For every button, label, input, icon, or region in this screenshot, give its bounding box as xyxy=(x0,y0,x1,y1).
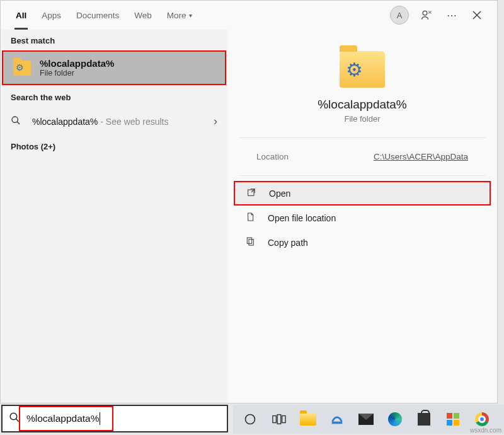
svg-rect-8 xyxy=(277,415,281,424)
search-web-header: Search the web xyxy=(1,86,227,107)
tabs-bar: All Apps Documents Web More▾ A ⋯ xyxy=(1,1,497,30)
best-match-item[interactable]: ⚙ %localappdata% File folder xyxy=(2,50,226,85)
svg-point-1 xyxy=(12,117,18,122)
folder-icon-large: ⚙ xyxy=(340,51,385,88)
taskbar-store-icon[interactable] xyxy=(412,407,436,431)
tab-apps[interactable]: Apps xyxy=(34,1,69,30)
taskbar-cortana-icon[interactable] xyxy=(238,407,262,431)
web-query-text: %localappdata% xyxy=(32,117,98,127)
svg-rect-9 xyxy=(282,416,286,423)
file-location-icon xyxy=(245,212,259,224)
search-input[interactable]: %localappdata% xyxy=(1,405,228,432)
taskbar xyxy=(233,405,504,434)
action-open[interactable]: Open xyxy=(234,181,491,206)
chevron-down-icon: ▾ xyxy=(189,12,192,19)
taskbar-app2-icon[interactable] xyxy=(441,407,465,431)
svg-rect-13 xyxy=(447,420,452,426)
svg-rect-3 xyxy=(247,238,251,243)
svg-point-6 xyxy=(246,415,255,424)
svg-rect-10 xyxy=(332,422,343,424)
location-value[interactable]: C:\Users\ACER\AppData xyxy=(374,152,468,161)
taskbar-taskview-icon[interactable] xyxy=(267,407,291,431)
open-icon xyxy=(246,187,260,199)
more-options-icon[interactable]: ⋯ xyxy=(439,3,464,28)
location-row: Location C:\Users\ACER\AppData xyxy=(239,138,486,176)
search-web-item[interactable]: %localappdata% - See web results › xyxy=(1,107,227,136)
action-open-file-location[interactable]: Open file location xyxy=(227,206,497,230)
action-open-location-label: Open file location xyxy=(268,213,336,223)
search-icon xyxy=(9,412,20,426)
taskbar-app-icon[interactable] xyxy=(325,407,349,431)
best-match-header: Best match xyxy=(1,30,227,50)
svg-rect-11 xyxy=(447,413,452,419)
chevron-right-icon: › xyxy=(214,115,217,128)
svg-rect-4 xyxy=(249,240,253,245)
best-match-subtitle: File folder xyxy=(40,69,114,78)
best-match-title: %localappdata% xyxy=(40,58,114,69)
details-title: %localappdata% xyxy=(318,98,407,112)
photos-header[interactable]: Photos (2+) xyxy=(1,136,227,158)
details-subtitle: File folder xyxy=(344,114,380,124)
tab-all[interactable]: All xyxy=(8,1,34,30)
results-left-pane: Best match ⚙ %localappdata% File folder … xyxy=(1,30,227,403)
web-hint-text: - See web results xyxy=(100,117,168,127)
watermark: wsxdn.com xyxy=(470,427,501,434)
svg-rect-12 xyxy=(454,413,459,419)
avatar[interactable]: A xyxy=(390,6,409,25)
svg-point-0 xyxy=(423,11,427,15)
svg-rect-7 xyxy=(273,416,277,423)
details-right-pane: ⚙ %localappdata% File folder Location C:… xyxy=(227,30,497,403)
action-copy-path[interactable]: Copy path xyxy=(227,230,497,255)
feedback-icon[interactable] xyxy=(414,3,439,28)
copy-icon xyxy=(245,236,259,248)
action-copy-path-label: Copy path xyxy=(268,238,308,248)
svg-rect-14 xyxy=(454,420,459,426)
location-label: Location xyxy=(256,152,289,161)
search-value: %localappdata% xyxy=(26,413,99,424)
action-open-label: Open xyxy=(269,188,290,199)
taskbar-edge-icon[interactable] xyxy=(383,407,407,431)
tab-web[interactable]: Web xyxy=(127,1,159,30)
search-icon xyxy=(11,115,26,128)
folder-icon: ⚙ xyxy=(13,61,31,76)
tab-more[interactable]: More▾ xyxy=(159,1,200,30)
taskbar-file-explorer-icon[interactable] xyxy=(296,407,320,431)
tab-documents[interactable]: Documents xyxy=(69,1,127,30)
svg-point-5 xyxy=(10,413,17,420)
taskbar-mail-icon[interactable] xyxy=(354,407,378,431)
windows-search-panel: All Apps Documents Web More▾ A ⋯ Best ma… xyxy=(0,0,498,403)
close-icon[interactable] xyxy=(464,3,490,28)
